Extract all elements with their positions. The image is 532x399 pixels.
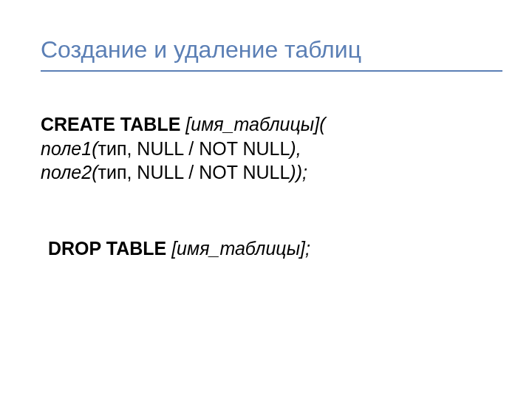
create-table-syntax: CREATE TABLE [имя_таблицы]( поле1(тип, N… <box>41 112 502 185</box>
create-field1-end: ), <box>290 138 301 159</box>
drop-keyword: DROP TABLE <box>48 238 166 259</box>
drop-arg: [имя_таблицы]; <box>166 238 310 259</box>
slide-container: Создание и удаление таблиц CREATE TABLE … <box>0 0 532 290</box>
drop-table-syntax: DROP TABLE [имя_таблицы]; <box>41 236 502 261</box>
create-field2-type: тип, NULL / NOT NULL <box>98 162 290 183</box>
create-keyword: CREATE TABLE <box>41 114 180 134</box>
create-field1-type: тип, NULL / NOT NULL <box>98 138 290 159</box>
create-field2-end: )); <box>290 162 307 183</box>
create-field2-start: поле2( <box>41 162 98 183</box>
create-field1-start: поле1( <box>41 138 98 159</box>
page-title: Создание и удаление таблиц <box>41 37 502 72</box>
create-arg-line1: [имя_таблицы]( <box>180 114 325 134</box>
